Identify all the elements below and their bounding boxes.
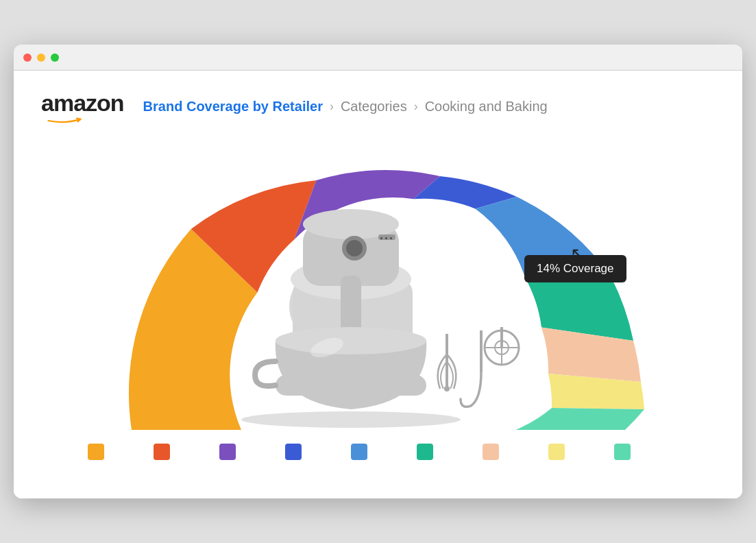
legend-item-5 — [417, 444, 472, 460]
legend-swatch-3 — [285, 444, 302, 460]
legend-item-3 — [285, 444, 340, 460]
chevron-right-icon-2: › — [414, 99, 418, 114]
legend-item-4 — [351, 444, 406, 460]
legend-swatch-4 — [351, 444, 367, 460]
legend-item-6 — [483, 444, 537, 460]
svg-rect-12 — [385, 237, 387, 239]
logo-text: amazon — [41, 91, 124, 114]
chart-area: 14% Coverage ↖ — [41, 142, 715, 478]
legend-swatch-6 — [483, 444, 499, 460]
title-bar — [14, 45, 742, 71]
main-content: amazon Brand Coverage by Retailer › Cate… — [14, 71, 742, 498]
chevron-right-icon-1: › — [330, 99, 334, 114]
legend-swatch-7 — [548, 444, 565, 460]
legend-item-0 — [88, 444, 143, 460]
logo-arrow — [44, 114, 85, 121]
app-window: amazon Brand Coverage by Retailer › Cate… — [14, 45, 742, 498]
mixer-illustration — [214, 169, 543, 430]
legend-swatch-8 — [614, 444, 631, 460]
legend-swatch-0 — [88, 444, 104, 460]
header: amazon Brand Coverage by Retailer › Cate… — [41, 91, 715, 121]
breadcrumb: Brand Coverage by Retailer › Categories … — [143, 99, 548, 114]
svg-point-15 — [276, 327, 426, 354]
cursor-icon: ↖ — [570, 243, 585, 265]
breadcrumb-cooking-baking[interactable]: Cooking and Baking — [425, 99, 548, 114]
minimize-button[interactable] — [37, 53, 45, 62]
svg-rect-11 — [380, 237, 382, 239]
svg-point-0 — [241, 411, 461, 428]
maximize-button[interactable] — [51, 53, 59, 62]
legend-item-2 — [219, 444, 274, 460]
legend-item-1 — [154, 444, 208, 460]
legend-swatch-1 — [154, 444, 170, 460]
breadcrumb-categories[interactable]: Categories — [341, 99, 407, 114]
svg-rect-13 — [390, 237, 392, 239]
svg-point-9 — [346, 240, 363, 256]
legend-item-8 — [614, 444, 669, 460]
svg-point-18 — [444, 386, 450, 391]
breadcrumb-brand-coverage[interactable]: Brand Coverage by Retailer — [143, 99, 323, 114]
chart-legend — [82, 444, 674, 460]
product-image — [214, 183, 543, 430]
legend-swatch-2 — [219, 444, 236, 460]
amazon-logo: amazon — [41, 91, 124, 121]
legend-item-7 — [548, 444, 603, 460]
legend-swatch-5 — [417, 444, 433, 460]
close-button[interactable] — [23, 53, 32, 62]
donut-chart: 14% Coverage ↖ — [97, 142, 659, 430]
